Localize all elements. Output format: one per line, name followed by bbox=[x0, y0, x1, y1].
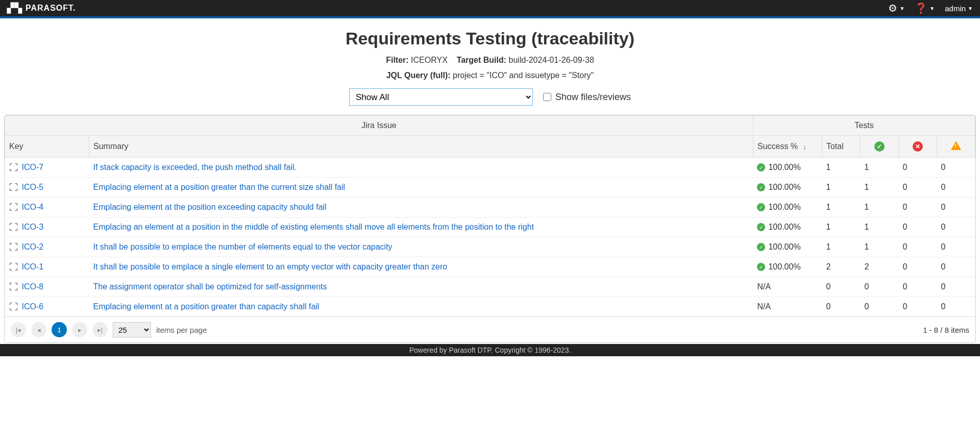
issue-summary-link[interactable]: It shall be possible to emplace the numb… bbox=[93, 242, 393, 251]
cell-summary: It shall be possible to emplace a single… bbox=[89, 257, 753, 277]
sort-down-icon: ↓ bbox=[803, 143, 807, 151]
gear-icon: ⚙ bbox=[888, 2, 897, 14]
cell-warn: 0 bbox=[937, 217, 975, 237]
issue-key-link[interactable]: ICO-6 bbox=[22, 302, 44, 311]
cell-summary: It shall be possible to emplace the numb… bbox=[89, 237, 753, 257]
jira-icon: ⛶ bbox=[9, 163, 18, 172]
jql-label: JQL Query (full): bbox=[386, 71, 451, 80]
issue-key-link[interactable]: ICO-3 bbox=[22, 223, 44, 232]
page-next-button[interactable]: ▸ bbox=[72, 322, 87, 337]
issue-summary-link[interactable]: If stack capacity is exceeded, the push … bbox=[93, 163, 297, 171]
brand-icon: ▞▚ bbox=[7, 3, 22, 14]
jira-icon: ⛶ bbox=[9, 283, 18, 291]
cell-key: ⛶ICO-7 bbox=[5, 158, 89, 178]
cell-total: 1 bbox=[822, 237, 860, 257]
issue-summary-link[interactable]: Emplacing element at a position greater … bbox=[93, 302, 320, 311]
pagesize-select[interactable]: 25 bbox=[113, 322, 151, 337]
col-success[interactable]: Success % ↓ bbox=[753, 136, 822, 158]
cell-fail: 0 bbox=[898, 257, 937, 277]
cell-summary: The assignment operator shall be optimiz… bbox=[89, 277, 753, 297]
issue-key-link[interactable]: ICO-8 bbox=[22, 282, 44, 291]
page-first-button[interactable]: |◂ bbox=[11, 322, 26, 337]
cell-pass: 1 bbox=[860, 237, 898, 257]
issue-key-link[interactable]: ICO-4 bbox=[22, 203, 44, 212]
col-fail[interactable]: ✕ bbox=[898, 136, 937, 158]
issue-summary-link[interactable]: It shall be possible to emplace a single… bbox=[93, 262, 448, 271]
topbar: ▞▚ PARASOFT. ⚙ ▼ ❓ ▼ admin ▼ bbox=[0, 0, 980, 18]
issue-key-link[interactable]: ICO-1 bbox=[22, 262, 44, 272]
issue-summary-link[interactable]: Emplacing element at the position exceed… bbox=[93, 203, 327, 211]
col-warn[interactable] bbox=[937, 136, 975, 158]
table-row: ⛶ICO-5Emplacing element at a position gr… bbox=[5, 178, 975, 198]
jira-icon: ⛶ bbox=[9, 263, 18, 272]
cell-summary: Emplacing element at a position greater … bbox=[89, 178, 753, 198]
jira-icon: ⛶ bbox=[9, 223, 18, 232]
cell-fail: 0 bbox=[898, 297, 937, 317]
topbar-right: ⚙ ▼ ❓ ▼ admin ▼ bbox=[888, 2, 973, 14]
show-files-checkbox[interactable] bbox=[543, 93, 551, 101]
caret-down-icon: ▼ bbox=[968, 6, 973, 11]
show-files-checkbox-wrap[interactable]: Show files/reviews bbox=[543, 92, 631, 103]
cell-warn: 0 bbox=[937, 178, 975, 198]
cell-warn: 0 bbox=[937, 297, 975, 317]
cell-key: ⛶ICO-5 bbox=[5, 178, 89, 198]
col-pass[interactable]: ✓ bbox=[860, 136, 898, 158]
jira-icon: ⛶ bbox=[9, 243, 18, 252]
cell-key: ⛶ICO-6 bbox=[5, 297, 89, 317]
cell-pass: 1 bbox=[860, 217, 898, 237]
jira-icon: ⛶ bbox=[9, 203, 18, 212]
cell-summary: Emplacing an element at a position in th… bbox=[89, 217, 753, 237]
header-row: Key Summary Success % ↓ Total ✓ ✕ bbox=[5, 136, 975, 158]
pass-icon: ✓ bbox=[757, 223, 765, 231]
issue-key-link[interactable]: ICO-7 bbox=[22, 163, 44, 172]
table-row: ⛶ICO-4Emplacing element at the position … bbox=[5, 198, 975, 217]
results-grid: Jira Issue Tests Key Summary Success % ↓… bbox=[4, 115, 976, 343]
cell-total: 1 bbox=[822, 178, 860, 198]
pass-icon: ✓ bbox=[757, 203, 765, 211]
page-number-button[interactable]: 1 bbox=[52, 322, 67, 337]
issue-summary-link[interactable]: Emplacing element at a position greater … bbox=[93, 183, 346, 191]
fail-icon: ✕ bbox=[913, 141, 923, 152]
cell-fail: 0 bbox=[898, 237, 937, 257]
issue-key-link[interactable]: ICO-2 bbox=[22, 242, 44, 252]
page-last-button[interactable]: ▸| bbox=[92, 322, 108, 337]
table-row: ⛶ICO-8The assignment operator shall be o… bbox=[5, 277, 975, 297]
pass-icon: ✓ bbox=[757, 263, 765, 271]
col-key[interactable]: Key bbox=[5, 136, 89, 158]
cell-success: ✓100.00% bbox=[753, 158, 822, 178]
issue-key-link[interactable]: ICO-5 bbox=[22, 183, 44, 192]
cell-warn: 0 bbox=[937, 158, 975, 178]
page-prev-button[interactable]: ◂ bbox=[31, 322, 46, 337]
cell-key: ⛶ICO-2 bbox=[5, 237, 89, 257]
user-label: admin bbox=[945, 4, 966, 13]
cell-total: 0 bbox=[822, 277, 860, 297]
cell-summary: If stack capacity is exceeded, the push … bbox=[89, 158, 753, 178]
user-menu[interactable]: admin ▼ bbox=[945, 4, 973, 13]
cell-total: 1 bbox=[822, 217, 860, 237]
cell-pass: 0 bbox=[860, 297, 898, 317]
header-group-tests: Tests bbox=[753, 116, 975, 136]
cell-key: ⛶ICO-3 bbox=[5, 217, 89, 237]
show-files-label: Show files/reviews bbox=[555, 92, 631, 103]
pass-icon: ✓ bbox=[874, 141, 885, 152]
cell-warn: 0 bbox=[937, 257, 975, 277]
items-per-page-label: items per page bbox=[156, 326, 207, 334]
cell-success: ✓100.00% bbox=[753, 217, 822, 237]
cell-fail: 0 bbox=[898, 198, 937, 217]
table-row: ⛶ICO-6Emplacing element at a position gr… bbox=[5, 297, 975, 317]
cell-total: 2 bbox=[822, 257, 860, 277]
cell-total: 1 bbox=[822, 158, 860, 178]
cell-success: N/A bbox=[753, 297, 822, 317]
col-total[interactable]: Total bbox=[822, 136, 860, 158]
help-menu[interactable]: ❓ ▼ bbox=[915, 2, 935, 14]
cell-warn: 0 bbox=[937, 237, 975, 257]
cell-success: ✓100.00% bbox=[753, 178, 822, 198]
table-row: ⛶ICO-2It shall be possible to emplace th… bbox=[5, 237, 975, 257]
issue-summary-link[interactable]: Emplacing an element at a position in th… bbox=[93, 223, 534, 231]
col-summary[interactable]: Summary bbox=[89, 136, 753, 158]
settings-menu[interactable]: ⚙ ▼ bbox=[888, 2, 904, 14]
cell-summary: Emplacing element at the position exceed… bbox=[89, 198, 753, 217]
jql-value: project = "ICO" and issuetype = "Story" bbox=[453, 71, 594, 80]
show-filter-select[interactable]: Show All bbox=[349, 88, 533, 106]
issue-summary-link[interactable]: The assignment operator shall be optimiz… bbox=[93, 282, 327, 291]
